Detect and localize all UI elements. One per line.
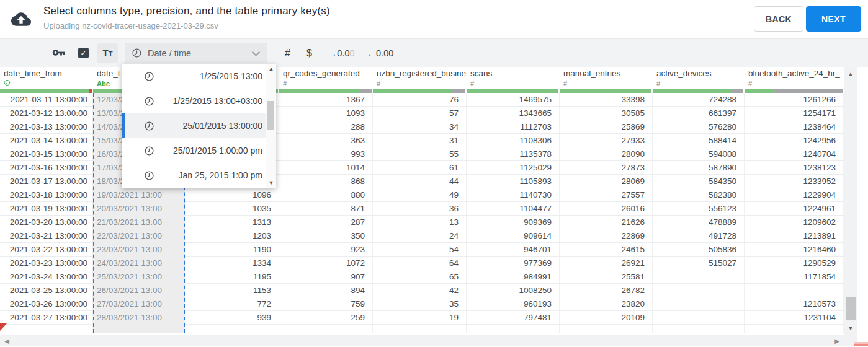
- integer-type-button[interactable]: #: [285, 48, 290, 59]
- table-cell[interactable]: [653, 325, 745, 333]
- table-cell[interactable]: 1135378: [467, 147, 560, 160]
- table-cell[interactable]: 772: [185, 297, 279, 310]
- table-cell[interactable]: 21/03/2021 13:00: [93, 216, 185, 229]
- table-cell[interactable]: 21626: [560, 216, 653, 229]
- table-cell[interactable]: [653, 297, 745, 310]
- horizontal-scrollbar[interactable]: ◀ ▶: [0, 335, 857, 346]
- table-cell[interactable]: 35: [373, 297, 467, 310]
- table-cell[interactable]: 25/03/2021 13:00: [93, 270, 185, 283]
- table-cell[interactable]: 1238123: [745, 161, 844, 174]
- column-header[interactable]: qr_codes_generated #: [279, 67, 373, 93]
- text-type-button[interactable]: Tt: [97, 43, 118, 63]
- table-cell[interactable]: 871: [279, 202, 373, 215]
- date-format-option[interactable]: 1/25/2015 13:00+03:00: [122, 89, 266, 113]
- table-cell[interactable]: 1190: [185, 243, 279, 256]
- table-cell[interactable]: 34: [373, 120, 467, 133]
- table-cell[interactable]: 576280: [653, 120, 745, 133]
- table-cell[interactable]: 19: [373, 311, 467, 324]
- table-cell[interactable]: 1210573: [745, 297, 844, 310]
- table-cell[interactable]: 594008: [653, 147, 745, 160]
- back-button[interactable]: BACK: [754, 6, 803, 32]
- column-header[interactable]: bluetooth_active_24_hr_ #: [745, 67, 844, 93]
- date-format-option[interactable]: 25/01/2015 1:00:00 pm: [122, 138, 266, 163]
- table-cell[interactable]: 797481: [467, 311, 560, 324]
- table-cell[interactable]: 1313: [185, 216, 279, 229]
- table-cell[interactable]: 42: [373, 284, 467, 297]
- table-cell[interactable]: [653, 284, 745, 297]
- table-cell[interactable]: 1104477: [467, 202, 560, 215]
- table-cell[interactable]: 1203: [185, 229, 279, 242]
- table-cell[interactable]: 24: [373, 229, 467, 242]
- vertical-scrollbar[interactable]: ▲ ▼: [844, 67, 857, 335]
- table-cell[interactable]: [93, 325, 185, 333]
- table-cell[interactable]: 26782: [560, 284, 653, 297]
- scroll-down-icon[interactable]: ▼: [844, 322, 857, 333]
- table-cell[interactable]: 1125029: [467, 161, 560, 174]
- table-cell[interactable]: 1035: [185, 202, 279, 215]
- table-cell[interactable]: 556123: [653, 202, 745, 215]
- table-cell[interactable]: 1216460: [745, 243, 844, 256]
- table-cell[interactable]: 61: [373, 161, 467, 174]
- table-cell[interactable]: 1096: [185, 188, 279, 201]
- table-cell[interactable]: 759: [279, 297, 373, 310]
- table-cell[interactable]: 1112703: [467, 120, 560, 133]
- table-cell[interactable]: 946701: [467, 243, 560, 256]
- scroll-up-icon[interactable]: ▲: [844, 68, 857, 79]
- increase-decimal-button[interactable]: ←0.00: [367, 48, 394, 58]
- date-format-option[interactable]: Jan 25, 2015 1:00 pm: [122, 163, 266, 188]
- primary-key-icon[interactable]: [52, 48, 66, 58]
- scroll-right-icon[interactable]: ▶: [831, 335, 843, 346]
- table-cell[interactable]: 1171854: [745, 270, 844, 283]
- table-cell[interactable]: 584350: [653, 175, 745, 188]
- column-header[interactable]: nzbn_registered_busine #: [373, 67, 467, 93]
- table-cell[interactable]: 49: [373, 188, 467, 201]
- boolean-type-checkbox[interactable]: ✓: [78, 48, 89, 58]
- dropdown-scrollbar-thumb[interactable]: [267, 101, 274, 130]
- column-header[interactable]: active_devices #: [653, 67, 745, 93]
- scroll-up-icon[interactable]: ▲: [266, 64, 276, 74]
- table-cell[interactable]: 894: [279, 284, 373, 297]
- table-cell[interactable]: 27/03/2021 13:00: [93, 297, 185, 310]
- table-cell[interactable]: 28/03/2021 13:00: [93, 311, 185, 324]
- table-cell[interactable]: 1242956: [745, 134, 844, 147]
- table-cell[interactable]: 22869: [560, 229, 653, 242]
- table-cell[interactable]: 363: [279, 134, 373, 147]
- table-cell[interactable]: 28090: [560, 147, 653, 160]
- table-cell[interactable]: 2021-03-16 13:00:00: [0, 161, 93, 174]
- table-cell[interactable]: 1367: [279, 93, 373, 106]
- table-cell[interactable]: 2021-03-20 13:00:00: [0, 216, 93, 229]
- table-cell[interactable]: 1254171: [745, 107, 844, 120]
- decrease-decimal-button[interactable]: →0.00: [328, 48, 355, 58]
- table-cell[interactable]: 287: [279, 216, 373, 229]
- table-cell[interactable]: 64: [373, 257, 467, 270]
- table-cell[interactable]: 54: [373, 243, 467, 256]
- table-cell[interactable]: 57: [373, 107, 467, 120]
- table-cell[interactable]: 24/03/2021 13:00: [93, 257, 185, 270]
- table-cell[interactable]: 28069: [560, 175, 653, 188]
- table-cell[interactable]: 1105893: [467, 175, 560, 188]
- next-button[interactable]: NEXT: [806, 6, 861, 32]
- table-cell[interactable]: [653, 311, 745, 324]
- table-cell[interactable]: 2021-03-23 13:00:00: [0, 257, 93, 270]
- table-cell[interactable]: 33398: [560, 93, 653, 106]
- table-cell[interactable]: 505836: [653, 243, 745, 256]
- column-header[interactable]: scans #: [467, 67, 560, 93]
- table-cell[interactable]: 2021-03-17 13:00:00: [0, 175, 93, 188]
- table-cell[interactable]: 27873: [560, 161, 653, 174]
- table-cell[interactable]: 1072: [279, 257, 373, 270]
- table-cell[interactable]: 259: [279, 311, 373, 324]
- table-cell[interactable]: 65: [373, 270, 467, 283]
- table-cell[interactable]: [745, 325, 844, 333]
- table-cell[interactable]: 350: [279, 229, 373, 242]
- table-cell[interactable]: 909614: [467, 229, 560, 242]
- type-select-dropdown[interactable]: Date / time: [125, 43, 267, 63]
- table-cell[interactable]: 20/03/2021 13:00: [93, 202, 185, 215]
- table-cell[interactable]: 491728: [653, 229, 745, 242]
- table-cell[interactable]: 2021-03-13 13:00:00: [0, 120, 93, 133]
- table-cell[interactable]: 2021-03-24 13:00:00: [0, 270, 93, 283]
- table-cell[interactable]: 2021-03-19 13:00:00: [0, 202, 93, 215]
- table-cell[interactable]: 2021-03-18 13:00:00: [0, 188, 93, 201]
- table-cell[interactable]: 939: [185, 311, 279, 324]
- table-cell[interactable]: 2021-03-21 13:00:00: [0, 229, 93, 242]
- table-cell[interactable]: 1469575: [467, 93, 560, 106]
